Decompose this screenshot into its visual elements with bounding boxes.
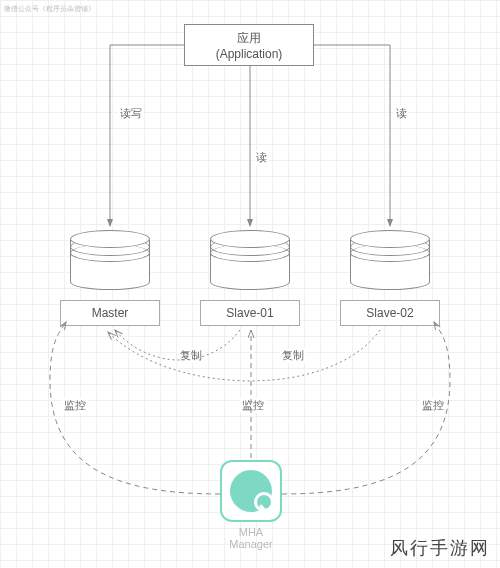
- watermark-bottom: 风行手游网: [390, 536, 490, 560]
- application-label-line1: 应用: [237, 30, 261, 47]
- master-db-node: Master: [70, 230, 150, 298]
- mha-label-line1: MHA: [220, 526, 282, 538]
- slave2-db-label: Slave-02: [340, 300, 440, 326]
- edge-label-monitor-center: 监控: [240, 398, 266, 413]
- mha-manager-node: MHA Manager: [220, 460, 282, 550]
- application-node: 应用 (Application): [184, 24, 314, 66]
- watermark-top: 微信公众号《程序员杂货铺》: [4, 4, 95, 14]
- master-db-label: Master: [60, 300, 160, 326]
- edge-label-monitor-right: 监控: [420, 398, 446, 413]
- edge-label-monitor-left: 监控: [62, 398, 88, 413]
- database-icon: [350, 230, 430, 298]
- mha-label-line2: Manager: [220, 538, 282, 550]
- edge-label-replicate-right: 复制: [280, 348, 306, 363]
- edge-label-read-center: 读: [254, 150, 269, 165]
- edge-label-readwrite: 读写: [118, 106, 144, 121]
- slave2-db-node: Slave-02: [350, 230, 430, 298]
- slave1-db-label: Slave-01: [200, 300, 300, 326]
- mha-manager-icon: [230, 470, 272, 512]
- application-label-line2: (Application): [216, 47, 283, 61]
- edge-label-replicate-left: 复制: [178, 348, 204, 363]
- slave1-db-node: Slave-01: [210, 230, 290, 298]
- database-icon: [70, 230, 150, 298]
- edge-label-read-right: 读: [394, 106, 409, 121]
- database-icon: [210, 230, 290, 298]
